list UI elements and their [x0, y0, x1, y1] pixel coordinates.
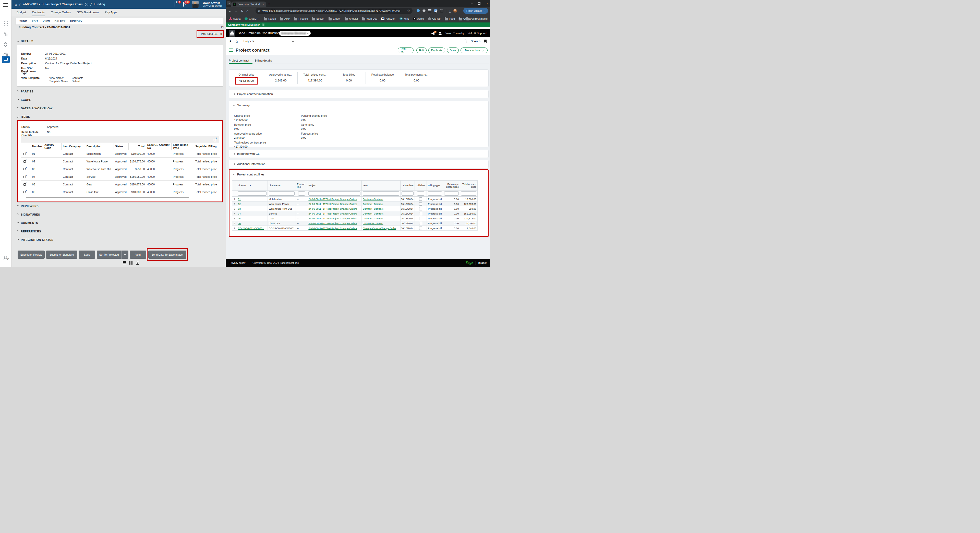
tab-change-orders[interactable]: Change Orders — [51, 9, 71, 16]
site-settings-icon[interactable]: ⇄ — [258, 9, 260, 13]
expand-table-icon[interactable]: ↗ — [214, 138, 217, 141]
table-row[interactable]: ↗ 03 Contract Warehouse Trim Out Approve… — [21, 165, 220, 173]
breadcrumb-section[interactable]: Funding — [94, 3, 105, 6]
line-id-link[interactable]: 06 — [238, 222, 241, 225]
col-sage-billing-type[interactable]: Sage Billing Type — [172, 143, 194, 150]
tab-sov-breakdown[interactable]: SOV Breakdown — [77, 9, 99, 16]
table-row[interactable]: 2 02 Warehouse Power -- 24-06-0011--JT T… — [232, 201, 477, 206]
bookmark-star-icon[interactable]: ☆ — [407, 9, 410, 13]
billable-checkbox[interactable] — [419, 227, 422, 230]
intacct-home-icon[interactable]: ⌂ — [235, 39, 238, 43]
record-list-icon[interactable] — [229, 48, 233, 52]
table-row[interactable]: 3 03 Warehouse Trim Out -- 24-06-0011--J… — [232, 206, 477, 211]
filter-retainage[interactable] — [444, 191, 459, 196]
col-project[interactable]: Project — [307, 180, 362, 190]
nav-chevron-icon[interactable] — [292, 40, 294, 42]
billable-checkbox[interactable] — [419, 207, 422, 211]
section-signatures[interactable]: SIGNATURES — [17, 213, 40, 216]
item-link[interactable]: Contract--Contract — [363, 207, 383, 210]
gear-icon[interactable] — [3, 42, 8, 47]
bookmark-item[interactable]: Mint — [399, 18, 409, 20]
tab-search-chevron-icon[interactable] — [227, 1, 231, 5]
col-parent-line[interactable]: Parent line — [296, 180, 307, 190]
home-icon[interactable]: ⌂ — [15, 3, 17, 6]
bookmark-item[interactable]: AMP — [280, 17, 290, 21]
section-parties[interactable]: PARTIES — [17, 90, 33, 93]
bookmark-item[interactable]: ChatGPT — [245, 18, 260, 20]
filter-line-date[interactable] — [401, 191, 414, 196]
billable-checkbox[interactable] — [419, 222, 422, 225]
breadcrumb-project[interactable]: 24-06-0011 - JT Test Project Change Orde… — [22, 3, 83, 6]
filter-item[interactable] — [363, 191, 399, 196]
summary-header[interactable]: Summary — [229, 101, 488, 107]
table-row[interactable]: ↗ 02 Contract Warehouse Power Approved $… — [21, 158, 220, 165]
bookmarks-overflow-icon[interactable]: » — [458, 17, 460, 21]
col-total-revised-price[interactable]: Total revised price — [460, 180, 477, 190]
search-label[interactable]: Search — [471, 40, 480, 43]
open-item-icon[interactable]: ↗ — [24, 167, 27, 170]
line-id-link[interactable]: CO 24-06-011-CO0001 — [238, 227, 264, 230]
delete-button[interactable]: DELETE — [55, 20, 65, 23]
filter-line-name[interactable] — [269, 191, 295, 196]
extension-icon-pen[interactable] — [434, 9, 438, 13]
section-integration-status[interactable]: INTEGRATION STATUS — [17, 238, 53, 241]
col-sage-gl[interactable]: Sage GL Account No — [146, 143, 172, 150]
billable-checkbox[interactable] — [419, 198, 422, 201]
submit-for-review-button[interactable]: Submit for Review — [18, 251, 45, 259]
tab-billing-details[interactable]: Billing details — [255, 59, 272, 62]
address-bar[interactable]: ⇄ www-p504.intacct.com/ia/acct/frameset.… — [256, 8, 412, 14]
line-id-link[interactable]: 03 — [238, 207, 241, 210]
col-retainage-percentage[interactable]: Retainage percentage — [443, 180, 460, 190]
col-total[interactable]: Total — [129, 143, 146, 150]
open-item-icon[interactable]: ↗ — [24, 183, 27, 186]
bookmark-item[interactable]: Apple — [413, 18, 424, 20]
extension-icon-blue[interactable] — [417, 9, 420, 12]
back-icon[interactable]: ← — [229, 9, 232, 13]
table-row[interactable]: ↗ 05 Contract Gear Approved $110,673.00 … — [21, 180, 220, 188]
workflow-icon[interactable] — [3, 32, 8, 36]
user-info[interactable]: Owen Owner Very Good Owner — [203, 1, 222, 7]
person-add-icon[interactable]: + — [3, 255, 8, 260]
close-window-icon[interactable]: × — [486, 2, 488, 5]
list-view-icon[interactable] — [123, 261, 126, 265]
col-billing-type[interactable]: Billing type — [427, 180, 443, 190]
mail-icon[interactable]: 99+ — [183, 2, 188, 6]
bookmark-item[interactable]: Web Dev — [362, 17, 377, 21]
col-activity-code[interactable]: Activity Code — [43, 143, 62, 150]
banner-close-icon[interactable]: × — [262, 24, 264, 26]
project-link[interactable]: 24-06-0011--JT Test Project Change Order… — [309, 222, 357, 225]
forward-icon[interactable]: → — [235, 9, 238, 13]
set-to-projected-button[interactable]: Set To Projected — [97, 251, 121, 259]
info-icon[interactable]: i — [85, 3, 88, 6]
item-link[interactable]: Change Order--Change Order — [363, 227, 396, 230]
billable-checkbox[interactable] — [419, 202, 422, 206]
section-details[interactable]: DETAILS — [17, 40, 33, 43]
done-button[interactable]: Done — [447, 48, 459, 53]
privacy-policy-link[interactable]: Privacy policy — [230, 262, 245, 264]
submit-for-signature-button[interactable]: Submit for Signature — [46, 251, 77, 259]
bookmark-item[interactable]: Asana — [229, 18, 240, 20]
void-button[interactable]: Void — [130, 251, 146, 259]
col-line-id[interactable]: Line ID▲ — [237, 180, 268, 190]
maximize-icon[interactable] — [478, 2, 480, 5]
table-row[interactable]: ↗ 06 Contract Close Out Approved $10,000… — [21, 188, 220, 196]
item-link[interactable]: Contract--Contract — [363, 212, 383, 215]
help-support-link[interactable]: Help & Support — [468, 32, 487, 35]
open-item-icon[interactable]: ↗ — [24, 190, 27, 193]
table-row[interactable]: 6 06 Close Out -- 24-06-0011--JT Test Pr… — [232, 221, 477, 226]
finish-update-button[interactable]: Finish update ⋮ — [463, 8, 488, 14]
bookmark-item[interactable]: Ember — [329, 17, 340, 21]
col-line-date[interactable]: Line date — [401, 180, 415, 190]
project-link[interactable]: 24-06-0011--JT Test Project Change Order… — [309, 227, 357, 230]
user-icon[interactable] — [439, 32, 442, 35]
section-project-contract-information[interactable]: Project contract information — [229, 90, 488, 98]
edit-button[interactable]: EDIT — [32, 20, 38, 23]
bookmark-item[interactable]: Soccer — [312, 17, 325, 21]
col-item-category[interactable]: Item Category — [62, 143, 85, 150]
table-row[interactable]: 1 01 Mobilization -- 24-06-0011--JT Test… — [232, 197, 477, 201]
extension-icon-lines[interactable] — [428, 9, 431, 12]
filter-total[interactable] — [461, 191, 476, 196]
column-view-icon[interactable] — [129, 261, 133, 265]
extension-icon-circle[interactable] — [423, 9, 426, 12]
bookmark-item[interactable]: Finance — [294, 17, 308, 21]
